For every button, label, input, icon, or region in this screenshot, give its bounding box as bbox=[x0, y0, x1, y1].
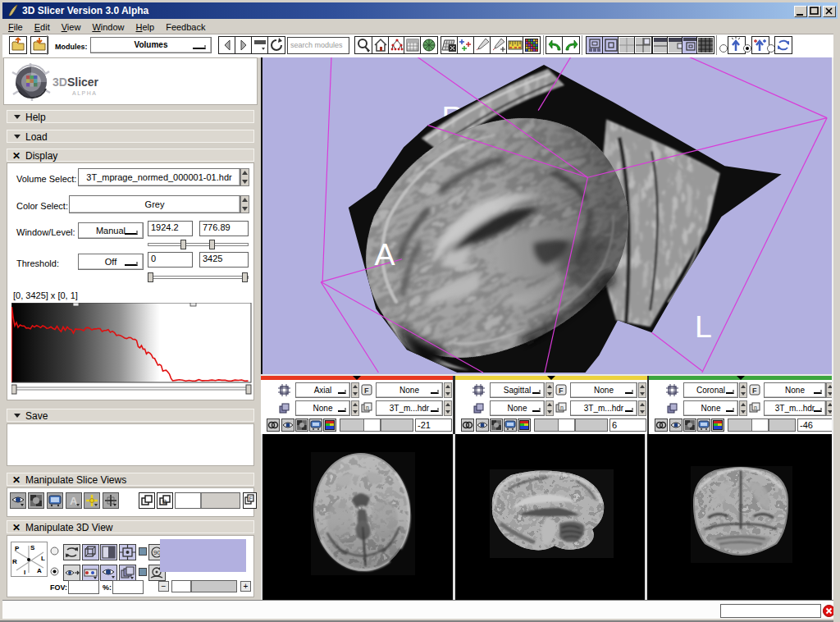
svg-text:P: P bbox=[15, 545, 20, 552]
svg-text:I: I bbox=[24, 569, 25, 576]
svg-text:L: L bbox=[695, 309, 712, 344]
svg-text:A: A bbox=[37, 567, 42, 574]
svg-text:F: F bbox=[752, 386, 757, 395]
svg-text:A: A bbox=[374, 237, 395, 272]
svg-text:n: n bbox=[754, 405, 757, 410]
svg-text:L: L bbox=[41, 555, 45, 562]
svg-text:n: n bbox=[366, 405, 369, 410]
svg-text:S: S bbox=[30, 544, 35, 551]
svg-text:F: F bbox=[364, 386, 369, 395]
svg-text:F: F bbox=[559, 386, 564, 395]
svg-text:R: R bbox=[12, 558, 17, 565]
svg-text:n: n bbox=[560, 405, 564, 410]
